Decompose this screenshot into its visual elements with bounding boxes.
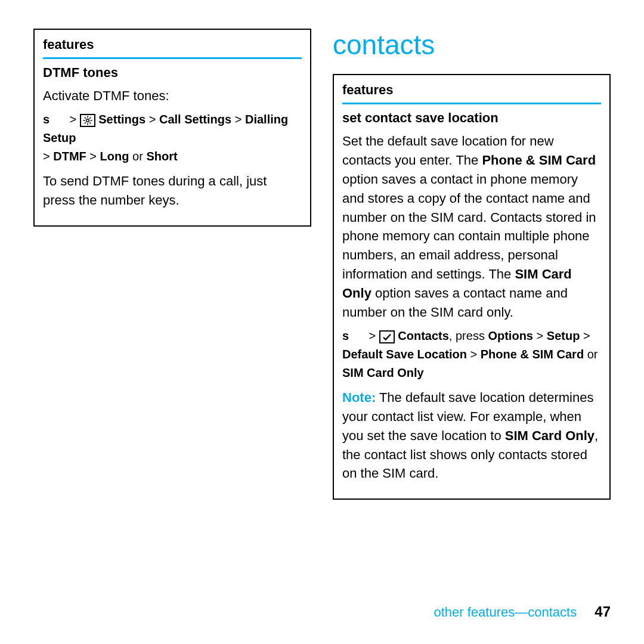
feature-title: set contact save location: [342, 110, 601, 126]
text-run: option saves a contact in phone memory a…: [342, 172, 596, 281]
chevron: >: [537, 329, 544, 342]
box-header: features: [43, 37, 302, 59]
option-sim-only: SIM Card Only: [505, 428, 595, 443]
text-or: or: [587, 348, 598, 361]
navigation-path: s >: [43, 110, 302, 166]
nav-options: Options: [488, 329, 533, 342]
svg-line-7: [84, 122, 85, 123]
chevron: >: [149, 113, 156, 126]
nav-short: Short: [146, 150, 177, 163]
nav-settings: Settings: [98, 113, 145, 126]
option-phone-sim: Phone & SIM Card: [482, 153, 596, 168]
page-footer: other features—contacts 47: [434, 603, 611, 620]
chevron: >: [369, 329, 376, 342]
nav-default-save: Default Save Location: [342, 348, 467, 361]
svg-line-8: [89, 117, 91, 118]
nav-contacts: Contacts: [398, 329, 449, 342]
left-column: features DTMF tones Activate DTMF tones:…: [33, 29, 311, 500]
body-text: To send DTMF tones during a call, just p…: [43, 172, 302, 210]
nav-phone-sim: Phone & SIM Card: [481, 348, 584, 361]
chevron: >: [43, 150, 50, 163]
feature-title: DTMF tones: [43, 65, 302, 80]
text-press: , press: [449, 329, 488, 342]
feature-box-dtmf: features DTMF tones Activate DTMF tones:…: [33, 29, 311, 227]
two-column-layout: features DTMF tones Activate DTMF tones:…: [33, 29, 611, 500]
manual-page: features DTMF tones Activate DTMF tones:…: [0, 0, 644, 644]
chevron: >: [235, 113, 242, 126]
note-label: Note:: [342, 390, 376, 405]
text-or: or: [132, 150, 143, 163]
body-text: Set the default save location for new co…: [342, 132, 601, 322]
chevron: >: [69, 113, 76, 126]
softkey-s: s: [342, 329, 349, 342]
softkey-s: s: [43, 113, 49, 126]
text-run: option saves a contact name and number o…: [342, 286, 568, 320]
box-header: features: [342, 82, 601, 104]
section-heading-contacts: contacts: [333, 29, 611, 61]
right-column: contacts features set contact save locat…: [333, 29, 611, 500]
nav-long: Long: [100, 150, 129, 163]
feature-box-contacts: features set contact save location Set t…: [333, 74, 611, 500]
nav-dtmf: DTMF: [53, 150, 86, 163]
note-text: Note: The default save location determin…: [342, 388, 601, 483]
svg-point-0: [86, 119, 89, 122]
page-number: 47: [595, 603, 611, 620]
nav-call-settings: Call Settings: [159, 113, 231, 126]
chevron: >: [89, 150, 97, 163]
navigation-path: s > Contacts, press Options > Setup > De…: [342, 327, 601, 382]
gear-icon: [80, 114, 95, 127]
chevron: >: [470, 348, 478, 361]
nav-sim-only: SIM Card Only: [342, 366, 424, 379]
footer-text: other features—contacts: [434, 605, 577, 620]
nav-setup: Setup: [547, 329, 580, 342]
checkbox-icon: [379, 330, 395, 343]
body-text: Activate DTMF tones:: [43, 86, 302, 106]
svg-line-5: [84, 117, 85, 118]
chevron: >: [583, 329, 590, 342]
svg-line-6: [89, 122, 91, 123]
